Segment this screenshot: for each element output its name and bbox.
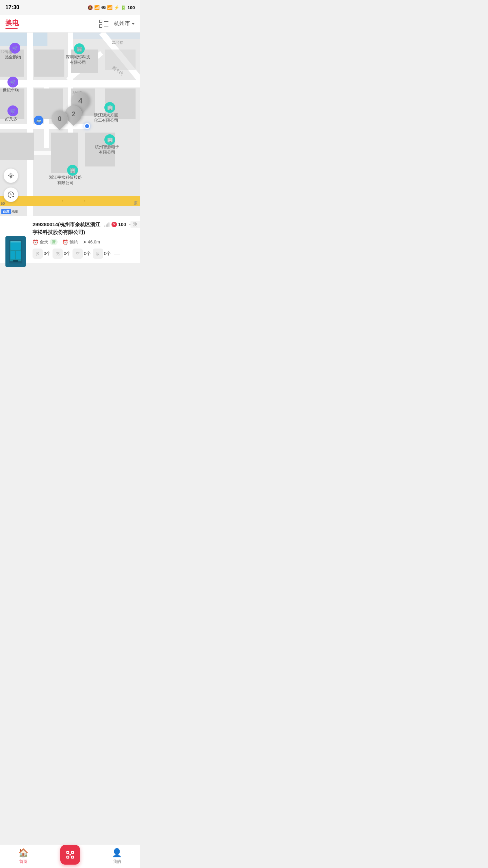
svg-rect-34 — [13, 260, 18, 262]
city-name: 杭州市 — [114, 20, 130, 27]
wifi-icon: 📶 — [94, 5, 100, 10]
svg-rect-1 — [0, 33, 47, 46]
battery-icon: 🔋 — [121, 5, 126, 10]
poi-shenzhenchengshuoke[interactable]: 🏢 — [74, 43, 85, 54]
network-4g-icon: 4G — [101, 5, 106, 9]
status-time: 17:30 — [5, 4, 19, 11]
slot-故: 故 0个 — [93, 249, 111, 259]
slot-空: 空 0个 — [73, 249, 90, 259]
clock-icon: ⏰ — [33, 239, 38, 245]
silent-icon: 🔕 — [87, 5, 93, 10]
battery-level: 100 — [127, 5, 135, 10]
poi-shijihualian[interactable]: 🛒 — [7, 77, 18, 87]
status-bar: 17:30 🔕 📶 4G 📶 ⚡ 🔋 100 — [0, 0, 140, 15]
poi-yusong-building[interactable]: 🏢 — [67, 165, 78, 176]
poi-bus-stop[interactable]: 🚌 — [34, 116, 43, 125]
label-shijihualian: 世纪华联 — [3, 88, 19, 93]
survey-tag[interactable]: 测 — [130, 221, 140, 228]
map-area[interactable]: ← → 荆大线 🛒 品全购物 🛒 世纪华联 🛒 好又多 🏢 深圳城铄科技有限公司… — [0, 33, 140, 216]
navigation-icon: ➤ — [83, 239, 87, 244]
slot-换: 换 0个 — [33, 249, 50, 259]
svg-rect-33 — [11, 241, 21, 242]
station-image — [5, 236, 26, 267]
card-info-row: ⏰ 全天 营 ⏰ 预约 ➤ 46.0m — [33, 239, 135, 245]
svg-rect-5 — [27, 33, 33, 216]
baidu-watermark: 百度 地图 — [1, 209, 18, 214]
open-tag: 营 — [50, 239, 58, 245]
header-right: 杭州市 — [99, 19, 135, 28]
page-title: 换电 — [5, 18, 19, 27]
clock2-icon: ⏰ — [62, 239, 68, 245]
label-hangzhouzhy: 杭州智源电子有限公司 — [95, 144, 119, 155]
scale-label: 50 — [1, 201, 5, 205]
title-underline — [5, 28, 18, 29]
svg-rect-22 — [0, 196, 140, 206]
signal-value: 100 — [118, 222, 126, 227]
header-title-wrap: 换电 — [5, 18, 19, 29]
svg-rect-31 — [11, 251, 15, 259]
distance-info: ➤ 46.0m — [83, 239, 100, 244]
label-shenzhenchengshuoke: 深圳城铄科技有限公司 — [66, 55, 90, 65]
svg-point-27 — [9, 174, 13, 178]
charging-icon: ⚡ — [114, 5, 119, 10]
label-haoyouduo: 好又多 — [5, 117, 17, 122]
poi-zhejiangzheda[interactable]: 🏢 — [104, 102, 115, 113]
poi-hangzhouzhy[interactable]: 🏢 — [104, 134, 115, 145]
location-button[interactable] — [3, 168, 18, 183]
reserve-info: ⏰ 预约 — [62, 239, 78, 245]
poi-haoyouduo[interactable]: 🛒 — [7, 105, 18, 116]
signal-icon: 📶 — [107, 5, 113, 10]
svg-rect-30 — [11, 241, 21, 250]
svg-point-26 — [10, 175, 12, 177]
signal-error-badge: ✕ — [111, 222, 117, 227]
slot-dash: — — [114, 250, 120, 257]
grid-line-1 — [104, 21, 108, 22]
svg-text:→: → — [81, 198, 86, 203]
city-selector-button[interactable]: 杭州市 — [114, 20, 135, 27]
header: 换电 杭州市 — [0, 15, 140, 33]
label-pinquangouwu: 品全购物 — [5, 55, 21, 60]
grid-sq-2 — [99, 24, 102, 28]
current-location-dot — [84, 123, 90, 129]
history-button[interactable] — [3, 187, 18, 202]
grid-sq-1 — [99, 20, 102, 23]
label-12lou: 12号楼 — [1, 50, 12, 54]
slots-row: 换 0个 充 0个 空 0个 故 0个 — — [33, 249, 135, 259]
chevron-down-icon — [131, 23, 135, 25]
map-pin-0[interactable]: 0 — [52, 111, 68, 130]
grid-line-2 — [104, 26, 108, 26]
svg-rect-13 — [105, 50, 136, 70]
svg-rect-11 — [34, 50, 64, 77]
svg-rect-32 — [16, 251, 21, 259]
status-icons: 🔕 📶 4G 📶 ⚡ 🔋 100 — [87, 5, 135, 10]
station-id-address: 299280014(杭州市余杭区浙江宇松科技股份有限公司) — [33, 221, 102, 236]
svg-rect-21 — [0, 133, 34, 160]
grid-list-button[interactable] — [99, 19, 108, 28]
label-yusong: 浙江宇松科技股份有限公司 — [49, 175, 82, 185]
svg-text:←: ← — [61, 198, 66, 203]
station-card: 299280014(杭州市余杭区浙江宇松科技股份有限公司) ✕ 100 — ⏰ — [0, 216, 140, 263]
hours-info: ⏰ 全天 营 — [33, 239, 58, 245]
label-21lou: 21号楼 — [112, 40, 123, 45]
label-zhejiangzheda: 浙江浙大方圆化工有限公司 — [94, 113, 118, 123]
slot-充: 充 0个 — [53, 249, 70, 259]
